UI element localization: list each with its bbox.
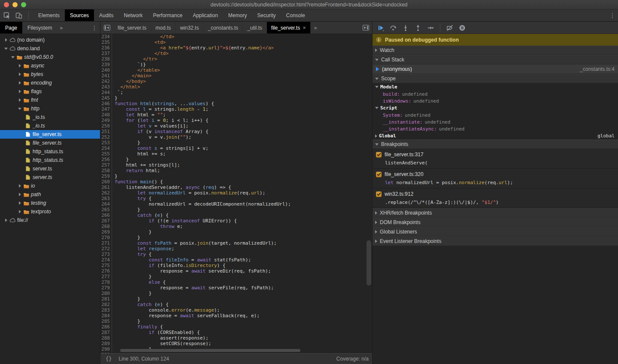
tree-item-async[interactable]: async — [0, 61, 100, 70]
editor-tab-file-server.ts[interactable]: file_server.ts — [113, 22, 151, 33]
line-number[interactable]: 263 — [100, 196, 112, 201]
line-number[interactable]: 237 — [100, 51, 112, 56]
device-toolbar-icon[interactable] — [15, 11, 23, 20]
line-number[interactable]: 236 — [100, 45, 112, 51]
editor-tab-file-server.ts[interactable]: file_server.ts× — [267, 22, 311, 33]
zoom-window-button[interactable] — [21, 2, 26, 7]
devtools-menu-icon[interactable]: ⋮ — [607, 9, 618, 21]
tree-item-flags[interactable]: flags — [0, 87, 100, 96]
line-number[interactable]: 288 — [100, 335, 112, 341]
resume-script-icon[interactable] — [376, 23, 385, 33]
line-number[interactable]: 241 — [100, 73, 112, 79]
chevron-right-icon[interactable] — [17, 73, 22, 76]
line-number[interactable]: 246 — [100, 101, 112, 106]
line-number[interactable]: 283 — [100, 307, 112, 313]
close-window-button[interactable] — [4, 2, 9, 7]
line-number[interactable]: 264 — [100, 201, 112, 207]
tree-item--no-domain-[interactable]: (no domain) — [0, 36, 100, 44]
line-number[interactable]: 240 — [100, 67, 112, 73]
editor-tab--util.ts[interactable]: _util.ts — [243, 22, 267, 33]
chevron-right-icon[interactable] — [3, 38, 9, 42]
scope-group-script[interactable]: Script — [373, 104, 618, 112]
step-into-icon[interactable] — [401, 23, 410, 33]
section-call-stack[interactable]: Call Stack — [373, 55, 618, 64]
line-number[interactable]: 243 — [100, 84, 112, 90]
section-scope[interactable]: Scope — [373, 74, 618, 83]
breakpoint-checkbox[interactable] — [376, 152, 382, 158]
breakpoint-checkbox[interactable] — [376, 191, 382, 197]
line-number[interactable]: 257 — [100, 162, 112, 168]
section-event-listener-breakpoints[interactable]: Event Listener Breakpoints — [373, 237, 618, 246]
line-number[interactable]: 256 — [100, 157, 112, 162]
scope-property[interactable]: __instantiate:undefined — [373, 118, 618, 125]
line-number[interactable]: 272 — [100, 246, 112, 252]
line-number[interactable]: 278 — [100, 279, 112, 285]
scope-group-global[interactable]: Globalglobal — [373, 132, 618, 140]
chevron-right-icon[interactable] — [17, 98, 22, 102]
hide-navigator-icon[interactable] — [100, 22, 113, 33]
line-number[interactable]: 290 — [100, 346, 112, 352]
scope-property[interactable]: build:undefined — [373, 91, 618, 97]
tree-item-encoding[interactable]: encoding — [0, 79, 100, 87]
line-number[interactable]: 258 — [100, 168, 112, 173]
chevron-right-icon[interactable] — [17, 184, 22, 188]
line-number[interactable]: 284 — [100, 313, 112, 318]
line-number[interactable]: 282 — [100, 302, 112, 307]
line-number[interactable]: 269 — [100, 229, 112, 235]
line-number[interactable]: 268 — [100, 224, 112, 229]
pretty-print-button[interactable]: {} — [104, 356, 113, 362]
editor-tab--constants.ts[interactable]: _constants.ts — [203, 22, 243, 33]
panel-tab-elements[interactable]: Elements — [33, 9, 65, 21]
scope-property[interactable]: __instantiateAsync:undefined — [373, 125, 618, 132]
navigator-more-tabs-icon[interactable]: » — [57, 22, 65, 33]
section-dom-breakpoints[interactable]: DOM Breakpoints — [373, 218, 618, 227]
tree-item-path[interactable]: path — [0, 190, 100, 199]
breakpoint-checkbox[interactable] — [376, 172, 382, 177]
line-number[interactable]: 279 — [100, 285, 112, 291]
line-number[interactable]: 273 — [100, 252, 112, 257]
tab-filesystem[interactable]: Filesystem — [22, 22, 57, 33]
horizontal-scrollbar[interactable] — [120, 349, 300, 352]
chevron-down-icon[interactable] — [10, 56, 15, 58]
line-number[interactable]: 261 — [100, 185, 112, 190]
line-number[interactable]: 242 — [100, 79, 112, 84]
editor-tab-mod.ts[interactable]: mod.ts — [151, 22, 176, 33]
line-number[interactable]: 248 — [100, 112, 112, 118]
tree-item-file-server.ts[interactable]: file_server.ts — [0, 139, 100, 147]
section-global-listeners[interactable]: Global Listeners — [373, 227, 618, 237]
line-number[interactable]: 253 — [100, 140, 112, 146]
frame-location-link[interactable]: _constants.ts:4 — [580, 66, 615, 72]
line-number[interactable]: 254 — [100, 146, 112, 151]
step-icon[interactable] — [426, 23, 435, 33]
line-number[interactable]: 239 — [100, 62, 112, 67]
step-out-icon[interactable] — [413, 23, 423, 33]
line-number[interactable]: 266 — [100, 212, 112, 218]
tree-item--io.ts[interactable]: _io.ts — [0, 113, 100, 121]
tree-item-deno.land[interactable]: deno.land — [0, 44, 100, 53]
scope-property[interactable]: isWindows:undefined — [373, 97, 618, 104]
line-number[interactable]: 291 — [100, 352, 112, 353]
panel-tab-console[interactable]: Console — [281, 9, 310, 21]
navigator-menu-icon[interactable]: ⋮ — [89, 22, 100, 33]
line-number[interactable]: 275 — [100, 263, 112, 268]
line-number[interactable]: 277 — [100, 274, 112, 279]
line-number[interactable]: 270 — [100, 235, 112, 240]
tree-item-file-server.ts[interactable]: file_server.ts — [0, 130, 100, 139]
line-number[interactable]: 250 — [100, 123, 112, 129]
line-number[interactable]: 249 — [100, 118, 112, 123]
breakpoint-entry[interactable]: file_server.ts:320let normalizedUrl = po… — [373, 169, 618, 188]
line-number[interactable]: 289 — [100, 341, 112, 346]
line-number[interactable]: 259 — [100, 173, 112, 179]
line-number[interactable]: 271 — [100, 240, 112, 246]
chevron-right-icon[interactable] — [17, 64, 22, 67]
line-number[interactable]: 280 — [100, 291, 112, 296]
line-number[interactable]: 274 — [100, 257, 112, 263]
chevron-right-icon[interactable] — [17, 210, 22, 213]
section-breakpoints[interactable]: Breakpoints — [373, 140, 618, 149]
panel-tab-application[interactable]: Application — [188, 9, 223, 21]
tree-item-bytes[interactable]: bytes — [0, 70, 100, 79]
tree-item-file-[interactable]: file:// — [0, 216, 100, 224]
editor-more-tabs-icon[interactable]: » — [311, 22, 321, 33]
line-number[interactable]: 235 — [100, 39, 112, 45]
line-number[interactable]: 252 — [100, 134, 112, 140]
